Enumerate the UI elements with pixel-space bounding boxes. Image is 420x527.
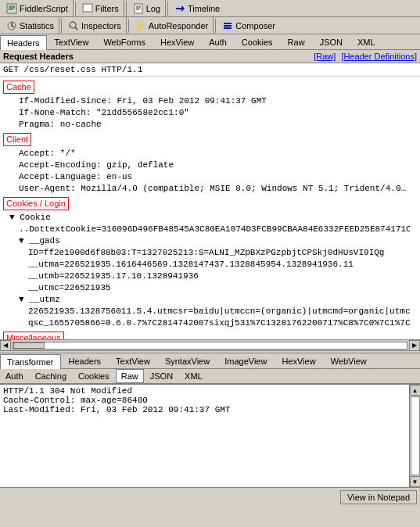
subtab-cookies[interactable]: Cookies [73,369,115,383]
tab-auth[interactable]: Auth [202,34,234,49]
autoresponder-tab[interactable]: ⚡ AutoResponder [131,17,214,34]
expand-0[interactable]: ▼ [9,213,15,222]
separator6 [215,19,216,33]
client-item-0: Accept: */* [3,148,417,160]
separator3 [167,2,168,16]
timeline-tab[interactable]: Timeline [170,0,224,16]
log-label: Log [146,4,160,13]
tree-row-6: __utmc=226521935 [3,282,417,294]
lower-subtab-bar: Auth Caching Cookies Raw JSON XML [0,369,420,385]
tree-row-0: ▼ Cookie [3,212,417,224]
log-tab[interactable]: Log [128,0,166,16]
lower-tab-webview[interactable]: WebView [324,353,374,368]
lower-panel: Transformer Headers TextView SyntaxView … [0,353,420,506]
composer-tab[interactable]: Composer [217,17,280,34]
cache-label: Cache [3,81,34,94]
separator1 [75,2,76,16]
auto-icon: ⚡ [135,20,146,31]
lower-tab-headers[interactable]: Headers [62,353,109,368]
client-item-3: User-Agent: Mozilla/4.0 (compatible; MSI… [3,183,410,195]
subtab-raw[interactable]: Raw [116,369,144,383]
inspect-icon [68,20,79,31]
view-in-notepad-button[interactable]: View in Notepad [340,490,417,504]
subtab-caching[interactable]: Caching [30,369,72,383]
client-item-2: Accept-Language: en-us [3,171,417,183]
scroll-left-btn[interactable]: ◀ [0,340,11,351]
separator5 [128,19,129,33]
toolbar2: Statistics Inspectors ⚡ AutoResponder Co… [0,17,420,34]
subtab-json[interactable]: JSON [145,369,178,383]
misc-label: Miscellaneous [3,332,64,339]
tab-raw[interactable]: Raw [281,34,312,49]
lower-content-area: HTTP/1.1 304 Not Modified Cache-Control:… [0,385,409,487]
tab-headers[interactable]: Headers [0,35,47,50]
expand-2[interactable]: ▼ [19,236,24,246]
svg-line-14 [75,27,77,30]
cookies-section: Cookies / Login ▼ Cookie ..DottextCookie… [3,195,417,329]
svg-rect-0 [7,4,16,13]
filter-icon [82,3,93,14]
compose-icon [222,20,233,31]
cookies-label: Cookies / Login [3,197,69,210]
tree-row-3: ID=ff2e1900d6f88b03:T=1327025213:S=ALNI_… [3,247,410,259]
statistics-tab[interactable]: Statistics [2,17,59,34]
lower-tab-bar1: Transformer Headers TextView SyntaxView … [0,353,420,369]
expand-7[interactable]: ▼ [19,295,24,304]
tree-row-7: ▼ __utmz [3,294,417,306]
horizontal-scrollbar[interactable]: ◀ ▶ [0,339,420,350]
panel-header-links: [Raw] [Header Definitions] [311,52,417,61]
panel-header: Request Headers [Raw] [Header Definition… [0,50,420,63]
scroll-down-btn[interactable]: ▼ [410,476,421,487]
lower-tab-hexview[interactable]: HexView [275,353,322,368]
vertical-scrollbar[interactable]: ▲ ▼ [409,385,420,487]
scroll-thumb-h[interactable] [13,342,45,349]
tree-row-9: qsc_1655705866=0.6.0.7%7C2814742007sixqj… [3,317,410,329]
cache-item-0: If-Modified-Since: Fri, 03 Feb 2012 09:4… [3,95,417,107]
subtab-auth[interactable]: Auth [0,369,29,383]
lower-tab-syntaxview[interactable]: SyntaxView [158,353,217,368]
headers-content: GET /css/reset.css HTTP/1.1 Cache If-Mod… [0,63,420,339]
filters-tab[interactable]: Filters [77,0,124,16]
lower-tab-textview[interactable]: TextView [109,353,157,368]
tab-hexview[interactable]: HexView [153,34,201,49]
subtab-xml[interactable]: XML [179,369,208,383]
statistics-label: Statistics [20,21,54,30]
lower-tab-imageview[interactable]: ImageView [217,353,274,368]
composer-label: Composer [235,21,275,30]
inspectors-label: Inspectors [81,21,121,30]
lower-tab-transformer[interactable]: Transformer [0,354,61,369]
tree-row-5: __utmb=226521935.17.10.1328941936 [3,271,417,282]
tab-cookies[interactable]: Cookies [235,34,280,49]
svg-rect-5 [135,4,142,13]
script-icon [6,3,17,14]
log-icon [133,3,144,14]
upper-panel: Request Headers [Raw] [Header Definition… [0,50,420,339]
inspectors-tab[interactable]: Inspectors [63,17,127,34]
svg-point-13 [70,22,76,28]
tree-row-2: ▼ __gads [3,235,417,247]
main-container: FiddlerScript Filters Log Timeline [0,0,420,527]
bottom-bar: View in Notepad [0,487,420,506]
separator2 [126,2,127,16]
tab-textview[interactable]: TextView [48,34,96,49]
raw-link[interactable]: [Raw] [314,52,336,61]
tab-xml[interactable]: XML [350,34,382,49]
scroll-up-btn[interactable]: ▲ [410,385,421,396]
header-defs-link[interactable]: [Header Definitions] [341,52,417,61]
tab-webforms[interactable]: WebForms [96,34,153,49]
timeline-icon [174,3,185,14]
request-line: GET /css/reset.css HTTP/1.1 [0,63,420,77]
cache-item-2: Pragma: no-cache [3,119,417,131]
cookies-tree: ▼ Cookie ..DottextCookie=316096D496FB485… [3,212,417,329]
panel-title: Request Headers [3,52,74,61]
scroll-right-btn[interactable]: ▶ [409,340,420,351]
scroll-track-v [411,396,420,475]
timeline-label: Timeline [188,4,220,13]
tab-json[interactable]: JSON [313,34,350,49]
filters-label: Filters [95,4,119,13]
client-label: Client [3,133,31,146]
fiddlerscript-tab[interactable]: FiddlerScript [2,0,74,16]
cache-item-1: If-None-Match: "21dd55658e2cc1:0" [3,107,417,119]
client-item-1: Accept-Encoding: gzip, deflate [3,160,417,171]
stats-icon [6,20,17,31]
